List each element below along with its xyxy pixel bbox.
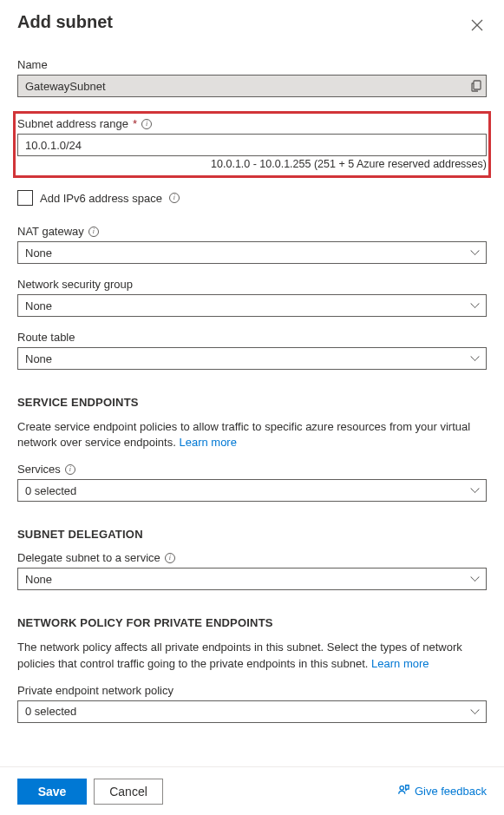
feedback-icon	[397, 784, 409, 799]
nsg-field: Network security group None	[17, 278, 487, 317]
private-endpoint-policy-select[interactable]: 0 selected	[17, 700, 487, 723]
panel-footer: Save Cancel Give feedback	[0, 766, 504, 815]
address-range-helper: 10.0.1.0 - 10.0.1.255 (251 + 5 Azure res…	[17, 158, 487, 170]
services-field: Services i 0 selected	[17, 463, 487, 502]
nsg-select-wrap: None	[17, 294, 487, 317]
private-endpoint-policy-field: Private endpoint network policy 0 select…	[17, 684, 487, 723]
info-icon[interactable]: i	[169, 193, 180, 203]
nat-gateway-label: NAT gateway	[17, 225, 84, 238]
nsg-label: Network security group	[17, 278, 487, 291]
name-input[interactable]	[17, 75, 487, 97]
route-table-select-wrap: None	[17, 347, 487, 370]
info-icon[interactable]: i	[88, 227, 99, 237]
panel-header: Add subnet	[17, 12, 487, 37]
info-icon[interactable]: i	[141, 119, 152, 129]
delegation-select[interactable]: None	[17, 568, 487, 590]
nat-gateway-select[interactable]: None	[17, 241, 487, 264]
private-endpoints-heading: NETWORK POLICY FOR PRIVATE ENDPOINTS	[17, 616, 487, 629]
copy-icon[interactable]	[471, 80, 481, 92]
required-asterisk: *	[133, 117, 137, 130]
name-label: Name	[17, 58, 487, 71]
delegation-heading: SUBNET DELEGATION	[17, 528, 487, 541]
services-label: Services	[17, 463, 61, 476]
svg-point-3	[400, 786, 404, 791]
nsg-select[interactable]: None	[17, 294, 487, 317]
route-table-select[interactable]: None	[17, 347, 487, 370]
address-range-highlight: Subnet address range * i 10.0.1.0 - 10.0…	[13, 111, 491, 178]
route-table-field: Route table None	[17, 331, 487, 370]
delegation-field: Delegate subnet to a service i None	[17, 551, 487, 590]
private-endpoints-desc-row: The network policy affects all private e…	[17, 640, 487, 671]
service-endpoints-heading: SERVICE ENDPOINTS	[17, 396, 487, 409]
give-feedback-text: Give feedback	[415, 785, 487, 798]
delegation-select-wrap: None	[17, 568, 487, 590]
services-label-row: Services i	[17, 463, 487, 476]
delegation-label-row: Delegate subnet to a service i	[17, 551, 487, 564]
nat-gateway-select-wrap: None	[17, 241, 487, 264]
ipv6-label: Add IPv6 address space	[40, 192, 162, 205]
route-table-label: Route table	[17, 331, 487, 344]
cancel-button[interactable]: Cancel	[94, 779, 163, 805]
address-range-label-row: Subnet address range * i	[17, 117, 487, 130]
learn-more-link[interactable]: Learn more	[371, 657, 429, 670]
nat-gateway-label-row: NAT gateway i	[17, 225, 487, 238]
services-select-wrap: 0 selected	[17, 479, 487, 502]
learn-more-link[interactable]: Learn more	[179, 436, 236, 449]
name-field: Name	[17, 58, 487, 97]
nat-gateway-field: NAT gateway i None	[17, 225, 487, 264]
service-endpoints-desc: Create service endpoint policies to allo…	[17, 420, 470, 449]
ipv6-row: Add IPv6 address space i	[17, 190, 487, 206]
name-input-wrap	[17, 75, 487, 97]
ipv6-checkbox[interactable]	[17, 190, 33, 206]
services-select[interactable]: 0 selected	[17, 479, 487, 502]
panel-title: Add subnet	[17, 12, 113, 32]
svg-rect-2	[474, 81, 481, 89]
address-range-field: Subnet address range * i 10.0.1.0 - 10.0…	[17, 117, 487, 170]
private-endpoint-policy-label: Private endpoint network policy	[17, 684, 487, 697]
close-icon	[471, 21, 483, 34]
address-range-label: Subnet address range	[17, 117, 128, 130]
private-endpoint-policy-select-wrap: 0 selected	[17, 700, 487, 723]
close-button[interactable]	[468, 16, 487, 37]
address-range-input[interactable]	[17, 134, 487, 156]
service-endpoints-desc-row: Create service endpoint policies to allo…	[17, 419, 487, 450]
panel-body: Add subnet Name Subnet address range * i…	[0, 0, 504, 766]
give-feedback-link[interactable]: Give feedback	[397, 784, 487, 799]
info-icon[interactable]: i	[165, 553, 175, 563]
info-icon[interactable]: i	[65, 464, 75, 475]
save-button[interactable]: Save	[17, 779, 87, 805]
delegation-label: Delegate subnet to a service	[17, 551, 160, 564]
